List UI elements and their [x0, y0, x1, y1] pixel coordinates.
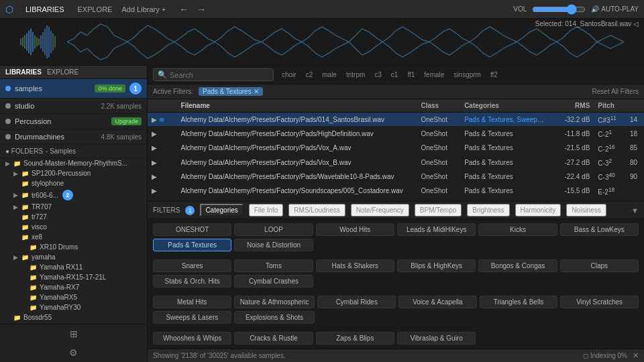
filter-btn-vibraslap[interactable]: Vibraslap & Guiro: [397, 332, 476, 345]
col-class[interactable]: Class: [417, 99, 460, 113]
filter-btn-leads[interactable]: Leads & MidiHiKeys: [397, 223, 476, 236]
filter-btn-metal-hits[interactable]: Metal Hits: [153, 296, 231, 308]
filter-chip-pads[interactable]: Pads & Textures ✕: [199, 87, 263, 96]
filter-btn-explosions[interactable]: Explosions & Shots: [234, 311, 315, 324]
play-button[interactable]: ▶: [152, 116, 157, 123]
tree-item-yamaha-rx15[interactable]: 📁 Yamaha-RX15-17-21L: [0, 272, 147, 282]
col-categories[interactable]: Categories: [460, 99, 551, 113]
tree-item-stylophone[interactable]: 📁 stylophone: [0, 178, 147, 188]
nav-back-button[interactable]: ←: [176, 4, 191, 15]
filter-btn-zaps[interactable]: Zaps & Blips: [316, 332, 394, 345]
filter-btn-stabs[interactable]: Stabs & Orch. Hits: [153, 275, 231, 288]
table-row[interactable]: ▶ ≋ Alchemy Data/Alchemy/Presets/Factory…: [148, 113, 644, 127]
filter-btn-kicks[interactable]: Kicks: [478, 223, 557, 236]
search-tag-sinsgprm[interactable]: sinsgprm: [451, 70, 484, 79]
play-button[interactable]: ▶: [152, 159, 157, 166]
volume-slider[interactable]: [532, 4, 586, 15]
filter-tab-noisiness[interactable]: Noisiness: [566, 204, 606, 217]
reset-all-filters-button[interactable]: Reset All Filters: [592, 88, 639, 95]
tree-item-tr707[interactable]: ▶ 📁 TR707: [0, 202, 147, 212]
tree-item-bossdr55[interactable]: 📁 Bossdr55: [0, 312, 147, 322]
autoplay-button[interactable]: 🔊 AUTO-PLAY: [591, 5, 639, 13]
filter-btn-vinyl[interactable]: Vinyl Scratches: [560, 296, 639, 308]
search-input[interactable]: [170, 71, 250, 79]
tree-item-yamaha-rx7[interactable]: 📁 Yamaha-RX7: [0, 282, 147, 292]
filter-btn-blips[interactable]: Blips & HighKeys: [397, 259, 476, 272]
filter-btn-voice[interactable]: Voice & Acapella: [398, 296, 477, 308]
filter-btn-noise[interactable]: Noise & Distortion: [234, 239, 313, 251]
library-samples[interactable]: samples 0% done 1: [0, 79, 147, 99]
library-studio[interactable]: studio 2.2K samples: [0, 99, 147, 114]
table-row[interactable]: ▶ Alchemy Data/Alchemy/Presets/Factory/P…: [148, 127, 644, 141]
col-pitch[interactable]: Pitch: [594, 99, 626, 113]
filter-btn-pads[interactable]: Pads & Textures: [153, 239, 231, 251]
tree-item-yamaha-ry30[interactable]: 📁 YamahaRY30: [0, 302, 147, 312]
sidebar-tab-explore[interactable]: EXPLORE: [47, 68, 78, 76]
tab-libraries[interactable]: LIBRARIES: [21, 4, 68, 15]
search-tag-tritrpm[interactable]: tritrpm: [343, 70, 368, 79]
filter-btn-bongos[interactable]: Bongos & Congas: [478, 259, 557, 272]
col-rms[interactable]: RMS: [551, 99, 594, 113]
search-tag-c2[interactable]: c2: [303, 70, 316, 79]
library-drummachines[interactable]: Drummachines 4.8K samples: [0, 129, 147, 145]
filter-tab-bpm[interactable]: BPM/Tempo: [415, 204, 462, 217]
tab-explore[interactable]: EXPLORE: [73, 4, 116, 15]
play-button[interactable]: ▶: [152, 173, 157, 180]
tree-item-tr606[interactable]: ▶ 📁 tr606-6... 2: [0, 188, 147, 202]
search-tag-ff2[interactable]: ff2: [488, 70, 500, 79]
table-row[interactable]: ▶ Alchemy Data/Alchemy/Presets/Factory/P…: [148, 141, 644, 155]
filter-tab-note[interactable]: Note/Frequency: [351, 204, 409, 217]
play-button[interactable]: ▶: [152, 144, 157, 152]
filter-chip-close-icon[interactable]: ✕: [254, 88, 259, 95]
play-button[interactable]: ▶: [152, 130, 157, 137]
table-row[interactable]: ▶ Alchemy Data/Alchemy/Presets/Factory/P…: [148, 170, 644, 184]
filter-tab-harmonicity[interactable]: Harmonicity: [515, 204, 561, 217]
tree-item-tr727[interactable]: 📁 tr727: [0, 212, 147, 222]
search-tag-c3[interactable]: c3: [372, 70, 384, 79]
sidebar-grid-icon[interactable]: ⊞: [0, 324, 147, 343]
search-tag-male[interactable]: male: [319, 70, 339, 79]
tree-item-visco[interactable]: 📁 visco: [0, 222, 147, 232]
tree-item-xr10[interactable]: 📁 XR10 Drums: [0, 242, 147, 252]
filter-btn-cymbal-crashes[interactable]: Cymbal Crashes: [234, 275, 313, 288]
cat-link[interactable]: Pads & Textures, Sweeps & La...: [464, 116, 551, 123]
filter-btn-wood-hits[interactable]: Wood Hits: [316, 223, 394, 236]
tree-item-sp1200[interactable]: ▶ 📁 SP1200-Percussion: [0, 168, 147, 178]
tree-item-yamaha[interactable]: ▶ 📁 yamaha: [0, 252, 147, 262]
col-filename[interactable]: Filename: [177, 99, 417, 113]
tree-item-yamaha-rx11[interactable]: 📁 Yamaha RX11: [0, 262, 147, 272]
filter-btn-bass[interactable]: Bass & LowKeys: [560, 223, 639, 236]
table-row[interactable]: ▶ Alchemy Data/Alchemy/Presets/Factory/S…: [148, 184, 644, 198]
filter-tab-categories[interactable]: Categories: [200, 204, 243, 217]
sidebar-settings-icon[interactable]: ⚙: [0, 343, 147, 362]
filter-tab-file-info[interactable]: File Info: [249, 204, 284, 217]
filter-btn-oneshot[interactable]: ONESHOT: [153, 223, 231, 236]
filter-btn-cracks[interactable]: Cracks & Rustle: [234, 332, 313, 345]
filter-btn-sweeps[interactable]: Sweeps & Lasers: [153, 311, 231, 324]
filters-chevron-icon[interactable]: ▼: [631, 206, 639, 215]
filter-btn-toms[interactable]: Toms: [234, 259, 313, 272]
search-tag-female[interactable]: female: [421, 70, 447, 79]
search-tag-c1[interactable]: c1: [388, 70, 401, 79]
play-button[interactable]: ▶: [152, 187, 157, 194]
library-percussion[interactable]: Percussion Upgrade: [0, 114, 147, 129]
filter-btn-hats[interactable]: Hats & Shakers: [316, 259, 394, 272]
filter-btn-snares[interactable]: Snares: [153, 259, 231, 272]
filter-btn-triangles[interactable]: Triangles & Bells: [480, 296, 558, 308]
tree-item-sound-master[interactable]: ▶ 📁 Sound-Master-Memory-RhythmS...: [0, 158, 147, 168]
search-tag-ff1[interactable]: ff1: [405, 70, 417, 79]
tree-item-xe8[interactable]: 📁 xe8: [0, 232, 147, 242]
filter-btn-claps[interactable]: Claps: [560, 259, 639, 272]
lib-upgrade-button[interactable]: Upgrade: [111, 117, 142, 125]
search-tag-choir[interactable]: choir: [279, 70, 299, 79]
status-close-button[interactable]: ✕: [633, 351, 639, 360]
tree-item-yamaha-rx5[interactable]: 📁 YamahaRX5: [0, 292, 147, 302]
filter-btn-cymbal-rides[interactable]: Cymbal Rides: [317, 296, 396, 308]
filter-btn-nature[interactable]: Nature & Athmospheric: [234, 296, 315, 308]
table-row[interactable]: ▶ Alchemy Data/Alchemy/Presets/Factory/P…: [148, 155, 644, 169]
nav-forward-button[interactable]: →: [194, 4, 209, 15]
filter-tab-rms[interactable]: RMS/Loudness: [288, 204, 345, 217]
add-library-button[interactable]: Add Library +: [121, 5, 166, 13]
filter-btn-whooshes[interactable]: Whooshes & Whips: [153, 332, 231, 345]
sidebar-tab-libraries[interactable]: LIBRARIES: [5, 68, 42, 76]
